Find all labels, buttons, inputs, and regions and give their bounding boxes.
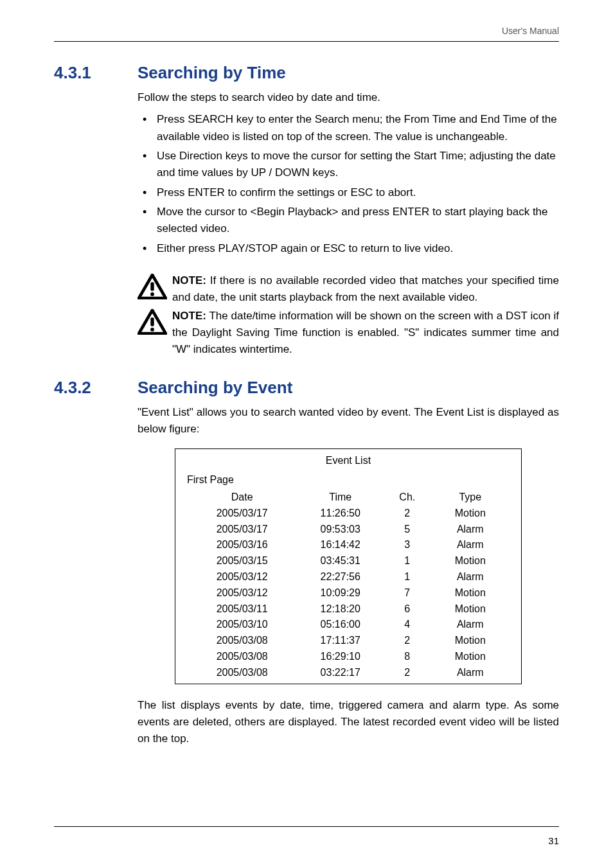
cell-ch: 6 (384, 601, 431, 617)
cell-type: Motion (431, 553, 510, 569)
page-content: 4.3.1 Searching by Time Follow the steps… (54, 63, 559, 748)
cell-time: 03:22:17 (297, 665, 384, 681)
note-label: NOTE: (172, 310, 206, 322)
header-manual-title: User's Manual (502, 26, 559, 36)
cell-type: Motion (431, 633, 510, 649)
cell-time: 10:09:29 (297, 585, 384, 601)
cell-time: 17:11:37 (297, 633, 384, 649)
table-row: 2005/03/12 10:09:29 7 Motion (187, 585, 510, 601)
cell-type: Motion (431, 601, 510, 617)
cell-date: 2005/03/15 (187, 553, 297, 569)
col-ch-header: Ch. (384, 490, 431, 506)
cell-time: 12:18:20 (297, 601, 384, 617)
cell-date: 2005/03/12 (187, 569, 297, 585)
section-title: Searching by Event (138, 378, 292, 398)
warning-icon (138, 309, 168, 340)
cell-time: 09:53:03 (297, 522, 384, 538)
bullet-item: Either press PLAY/STOP again or ESC to r… (138, 240, 559, 257)
note-text: NOTE: If there is no available recorded … (172, 272, 559, 306)
cell-type: Motion (431, 585, 510, 601)
table-row: 2005/03/08 17:11:37 2 Motion (187, 633, 510, 649)
col-type-header: Type (431, 490, 510, 506)
col-date-header: Date (187, 490, 297, 506)
cell-ch: 8 (384, 649, 431, 665)
cell-ch: 2 (384, 506, 431, 522)
svg-point-3 (150, 328, 154, 332)
cell-ch: 5 (384, 522, 431, 538)
table-row: 2005/03/12 22:27:56 1 Alarm (187, 569, 510, 585)
bullet-item: Press SEARCH key to enter the Search men… (138, 111, 559, 145)
cell-date: 2005/03/10 (187, 617, 297, 633)
bullet-item: Use Direction keys to move the cursor fo… (138, 148, 559, 182)
section2-body: "Event List" allows you to search wanted… (138, 404, 559, 748)
event-list-first-page: First Page (187, 472, 510, 488)
cell-type: Alarm (431, 537, 510, 553)
cell-time: 03:45:31 (297, 553, 384, 569)
cell-time: 16:14:42 (297, 537, 384, 553)
section1-intro: Follow the steps to search video by date… (138, 89, 559, 106)
cell-date: 2005/03/16 (187, 537, 297, 553)
section-heading-row: 4.3.1 Searching by Time (54, 63, 559, 83)
cell-type: Alarm (431, 665, 510, 681)
cell-ch: 2 (384, 665, 431, 681)
cell-type: Motion (431, 649, 510, 665)
page-number: 31 (548, 835, 559, 846)
svg-point-1 (150, 292, 154, 296)
note-label: NOTE: (172, 274, 206, 287)
section-title: Searching by Time (138, 63, 286, 83)
event-list-header-row: Date Time Ch. Type (187, 490, 510, 506)
section2-after-text: The list displays events by date, time, … (138, 697, 559, 748)
table-row: 2005/03/08 16:29:10 8 Motion (187, 649, 510, 665)
note-text: NOTE: The date/time information will be … (172, 308, 559, 359)
section2-intro: "Event List" allows you to search wanted… (138, 404, 559, 438)
section-number: 4.3.2 (54, 378, 138, 398)
col-time-header: Time (297, 490, 384, 506)
cell-time: 11:26:50 (297, 506, 384, 522)
cell-ch: 3 (384, 537, 431, 553)
cell-date: 2005/03/12 (187, 585, 297, 601)
cell-type: Alarm (431, 522, 510, 538)
cell-time: 05:16:00 (297, 617, 384, 633)
cell-date: 2005/03/08 (187, 665, 297, 681)
footer-rule (54, 826, 559, 827)
cell-ch: 1 (384, 569, 431, 585)
cell-date: 2005/03/17 (187, 506, 297, 522)
table-row: 2005/03/11 12:18:20 6 Motion (187, 601, 510, 617)
bullet-item: Press ENTER to confirm the settings or E… (138, 184, 559, 201)
cell-type: Alarm (431, 617, 510, 633)
table-row: 2005/03/17 11:26:50 2 Motion (187, 506, 510, 522)
note-body: The date/time information will be shown … (172, 310, 559, 356)
event-list-table: Event List First Page Date Time Ch. Type… (175, 448, 522, 684)
cell-ch: 4 (384, 617, 431, 633)
note-row: NOTE: The date/time information will be … (138, 308, 559, 359)
note-body: If there is no available recorded video … (172, 274, 559, 303)
bullet-item: Move the cursor to <Begin Playback> and … (138, 204, 559, 238)
cell-time: 22:27:56 (297, 569, 384, 585)
table-row: 2005/03/10 05:16:00 4 Alarm (187, 617, 510, 633)
cell-type: Alarm (431, 569, 510, 585)
table-row: 2005/03/17 09:53:03 5 Alarm (187, 522, 510, 538)
event-list-title: Event List (187, 453, 510, 469)
header-rule (54, 41, 559, 42)
warning-icon (138, 274, 168, 305)
cell-date: 2005/03/08 (187, 649, 297, 665)
cell-time: 16:29:10 (297, 649, 384, 665)
table-row: 2005/03/15 03:45:31 1 Motion (187, 553, 510, 569)
svg-rect-2 (150, 317, 154, 326)
cell-ch: 1 (384, 553, 431, 569)
table-row: 2005/03/08 03:22:17 2 Alarm (187, 665, 510, 681)
table-row: 2005/03/16 16:14:42 3 Alarm (187, 537, 510, 553)
cell-date: 2005/03/11 (187, 601, 297, 617)
section1-body: Follow the steps to search video by date… (138, 89, 559, 359)
cell-type: Motion (431, 506, 510, 522)
section1-bullet-list: Press SEARCH key to enter the Search men… (138, 111, 559, 257)
cell-date: 2005/03/08 (187, 633, 297, 649)
svg-rect-0 (150, 282, 154, 290)
cell-ch: 2 (384, 633, 431, 649)
section-heading-row: 4.3.2 Searching by Event (54, 378, 559, 398)
section-number: 4.3.1 (54, 63, 138, 83)
cell-date: 2005/03/17 (187, 522, 297, 538)
note-row: NOTE: If there is no available recorded … (138, 272, 559, 306)
cell-ch: 7 (384, 585, 431, 601)
